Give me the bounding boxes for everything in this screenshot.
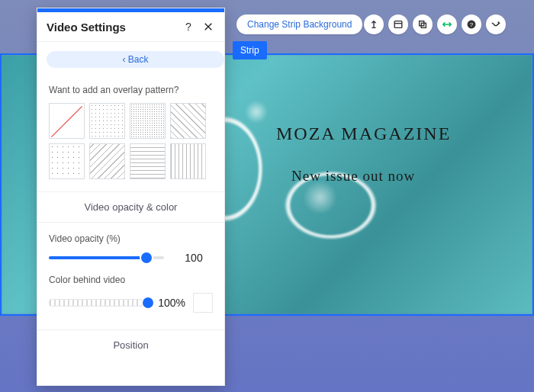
pattern-diagonal-b[interactable] [89,143,125,179]
back-button[interactable]: ‹ Back [47,51,224,68]
pattern-vertical[interactable] [170,143,206,179]
section-position[interactable]: Position [37,329,224,360]
section-opacity-color[interactable]: Video opacity & color [37,191,224,223]
panel-header: Video Settings ? [37,12,224,42]
stretch-icon[interactable] [437,14,457,34]
svg-rect-0 [394,21,402,28]
panel-title: Video Settings [47,21,175,34]
svg-text:?: ? [470,21,474,28]
pattern-noise[interactable] [49,143,85,179]
pattern-diagonal-a[interactable] [170,103,206,139]
pattern-dots[interactable] [89,103,125,139]
color-opacity-value: 100% [158,297,185,309]
strip-toolbar: ? [364,14,506,34]
color-behind-video-label: Color behind video [49,275,224,285]
color-opacity-slider[interactable] [49,299,149,307]
overlay-pattern-grid [49,103,224,178]
panel-help-icon[interactable]: ? [182,20,195,34]
hero-title: MOZA MAGAZINE [276,124,451,144]
layout-icon[interactable] [388,14,408,34]
animation-icon[interactable] [486,14,506,34]
video-opacity-label: Video opacity (%) [49,233,224,244]
video-opacity-value[interactable]: 100 [175,252,213,264]
layers-icon[interactable] [413,14,433,34]
video-settings-panel: Video Settings ? ‹ Back Want to add an o… [37,8,225,386]
scroll-effects-icon[interactable] [364,14,384,34]
close-icon[interactable] [201,20,215,34]
strip-selection-tag[interactable]: Strip [233,41,267,59]
pattern-none[interactable] [49,103,85,139]
pattern-dots-fine[interactable] [130,103,166,139]
help-icon[interactable]: ? [462,14,481,34]
change-strip-background-button[interactable]: Change Strip Background [236,14,362,34]
video-opacity-slider[interactable] [49,256,164,259]
hero-subtitle: New issue out now [291,168,415,185]
pattern-horizontal[interactable] [130,143,166,179]
color-swatch[interactable] [193,293,213,313]
overlay-pattern-label: Want to add an overlay pattern? [49,85,224,95]
